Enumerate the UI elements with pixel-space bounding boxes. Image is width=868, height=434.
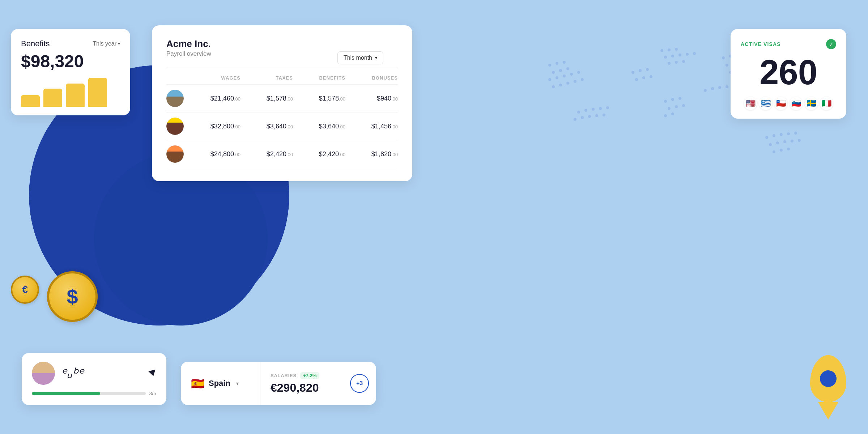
- svg-point-18: [675, 48, 678, 51]
- svg-point-69: [646, 68, 649, 71]
- benefits-amount: $98,320: [21, 51, 120, 71]
- payroll-row-2: $32,800.00 $3,640.00 $3,640.00 $1,456.00: [166, 112, 398, 140]
- svg-point-4: [559, 69, 562, 72]
- svg-point-71: [642, 76, 645, 79]
- bar-3: [66, 84, 85, 107]
- salary-badge: +7.2%: [300, 372, 319, 379]
- benefits-filter[interactable]: This year ▾: [93, 41, 120, 47]
- flag-gr: 🇬🇷: [759, 97, 772, 110]
- visas-flags: 🇺🇸 🇬🇷 🇨🇱 🇸🇮 🇸🇪 🇮🇹: [741, 97, 836, 110]
- benefits-title: Benefits: [21, 39, 50, 48]
- signature-avatar: [32, 362, 55, 385]
- svg-point-78: [577, 111, 580, 114]
- svg-point-58: [794, 132, 797, 135]
- signature-progress-fill: [32, 392, 100, 395]
- col-bonuses: BONUSES: [345, 75, 398, 81]
- cell-wages-2: $32,800.00: [188, 123, 241, 130]
- svg-point-26: [682, 60, 685, 63]
- salary-card: 🇪🇸 Spain ▾ SALARIES +7.2% €290,820 +3: [181, 362, 376, 405]
- svg-point-27: [664, 100, 667, 103]
- svg-point-66: [787, 148, 790, 150]
- country-name: Spain: [209, 379, 230, 388]
- svg-point-0: [548, 64, 551, 67]
- svg-point-16: [660, 49, 663, 52]
- bar-2: [43, 89, 62, 107]
- cell-bonuses-3: $1,820.00: [345, 150, 398, 158]
- svg-point-10: [577, 71, 580, 74]
- svg-point-22: [686, 53, 689, 56]
- cell-wages-3: $24,800.00: [188, 150, 241, 158]
- payroll-row-3: $24,800.00 $2,420.00 $2,420.00 $1,820.00: [166, 140, 398, 168]
- svg-point-54: [765, 136, 768, 139]
- svg-point-86: [595, 114, 598, 117]
- this-month-filter[interactable]: This month ▾: [337, 51, 383, 64]
- svg-point-41: [726, 64, 728, 67]
- salary-stats: SALARIES +7.2% €290,820: [260, 362, 350, 405]
- svg-point-85: [588, 115, 591, 118]
- svg-point-3: [552, 71, 555, 74]
- benefits-bar-chart: [21, 78, 120, 107]
- avatar-2: [166, 118, 184, 135]
- col-taxes: TAXES: [241, 75, 293, 81]
- signature-progress-label: 3/5: [149, 391, 156, 396]
- col-wages: WAGES: [188, 75, 241, 81]
- visas-card: ACTIVE VISAS ✓ 260 🇺🇸 🇬🇷 🇨🇱 🇸🇮 🇸🇪 🇮🇹: [731, 29, 846, 119]
- svg-point-60: [776, 141, 779, 144]
- svg-point-55: [773, 134, 775, 137]
- col-avatar: [166, 75, 188, 81]
- svg-point-24: [668, 62, 671, 65]
- pin-tip: [818, 402, 838, 420]
- svg-point-74: [711, 87, 714, 90]
- svg-point-33: [664, 114, 667, 117]
- signature-text: ᵉᵤᵇᵉ: [61, 365, 145, 381]
- salary-country[interactable]: 🇪🇸 Spain ▾: [181, 362, 260, 405]
- svg-point-84: [581, 116, 584, 119]
- svg-point-73: [704, 89, 707, 92]
- svg-point-64: [773, 150, 775, 153]
- cell-taxes-1: $1,578.00: [241, 95, 293, 102]
- svg-point-12: [559, 84, 562, 86]
- euro-coin: €: [11, 276, 39, 304]
- svg-point-75: [718, 86, 721, 89]
- dollar-coin: $: [47, 271, 98, 322]
- svg-point-28: [671, 98, 674, 101]
- cursor-icon: [148, 370, 157, 377]
- salary-plus-button[interactable]: +3: [350, 374, 369, 393]
- location-pin: [810, 355, 846, 420]
- svg-point-30: [668, 107, 671, 110]
- bar-4: [88, 78, 107, 107]
- svg-point-35: [722, 56, 725, 59]
- payroll-row-1: $21,460.00 $1,578.00 $1,578.00 $940.00: [166, 84, 398, 112]
- svg-point-65: [780, 149, 783, 152]
- svg-point-19: [664, 56, 667, 59]
- flag-se: 🇸🇪: [805, 97, 818, 110]
- svg-point-67: [631, 71, 634, 74]
- svg-point-13: [566, 82, 569, 85]
- flag-us: 🇺🇸: [744, 97, 757, 110]
- pin-inner-circle: [820, 370, 837, 387]
- country-chevron-icon: ▾: [236, 380, 239, 386]
- visas-check-icon: ✓: [826, 39, 836, 49]
- svg-point-57: [787, 132, 790, 135]
- svg-point-34: [671, 112, 674, 115]
- flag-it: 🇮🇹: [820, 97, 833, 110]
- svg-point-17: [668, 48, 671, 51]
- cell-benefits-1: $1,578.00: [293, 95, 345, 102]
- svg-point-6: [548, 78, 551, 81]
- svg-point-62: [791, 140, 793, 142]
- svg-point-14: [574, 80, 576, 83]
- visas-title: ACTIVE VISAS: [741, 41, 781, 47]
- cell-bonuses-2: $1,456.00: [345, 123, 398, 130]
- svg-point-59: [769, 143, 772, 146]
- svg-point-20: [671, 55, 674, 58]
- svg-point-68: [639, 69, 642, 72]
- svg-point-70: [635, 78, 638, 81]
- svg-point-11: [552, 85, 555, 88]
- svg-point-23: [693, 52, 696, 55]
- signature-progress-bar: [32, 392, 146, 395]
- svg-point-82: [606, 106, 609, 109]
- svg-point-80: [592, 108, 595, 111]
- svg-point-79: [584, 109, 587, 112]
- svg-point-25: [675, 61, 678, 64]
- flag-cl: 🇨🇱: [774, 97, 787, 110]
